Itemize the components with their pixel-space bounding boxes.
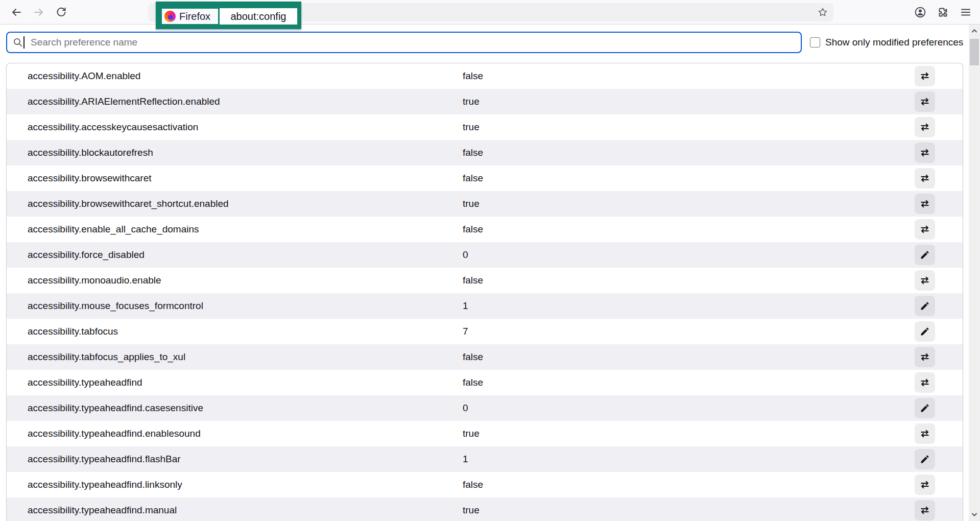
bookmark-star-button[interactable] xyxy=(815,5,830,20)
pref-row: accessibility.blockautorefreshfalse xyxy=(7,140,963,165)
pref-row: accessibility.typeaheadfind.enablesoundt… xyxy=(7,421,963,446)
toggle-button[interactable] xyxy=(915,143,935,163)
scroll-down-button[interactable] xyxy=(969,509,980,520)
pref-value: false xyxy=(463,217,483,242)
pref-value: true xyxy=(463,114,480,140)
text-caret xyxy=(23,36,25,49)
toggle-button[interactable] xyxy=(915,66,935,86)
edit-button[interactable] xyxy=(915,296,935,316)
back-button[interactable] xyxy=(6,2,27,22)
pref-row: accessibility.enable_all_cache_domainsfa… xyxy=(7,217,963,242)
pref-row: accessibility.tabfocus_applies_to_xulfal… xyxy=(7,344,963,370)
pref-name: accessibility.blockautorefresh xyxy=(28,140,153,165)
pref-value: false xyxy=(463,268,483,293)
pref-row: accessibility.typeaheadfind.casesensitiv… xyxy=(7,395,963,421)
search-icon xyxy=(13,37,23,48)
account-button[interactable] xyxy=(910,2,930,22)
pref-row: accessibility.tabfocus7 xyxy=(7,319,963,344)
toggle-button[interactable] xyxy=(915,347,935,367)
pref-row: accessibility.accesskeycausesactivationt… xyxy=(7,114,963,140)
toggle-button[interactable] xyxy=(915,117,935,137)
pref-value: 1 xyxy=(463,446,468,472)
pref-value: true xyxy=(463,498,480,521)
pref-row: accessibility.typeaheadfind.linksonlyfal… xyxy=(7,472,963,498)
account-icon xyxy=(914,6,927,19)
scrollbar-thumb[interactable] xyxy=(970,39,979,65)
url-text: about:config xyxy=(231,11,286,22)
forward-button[interactable] xyxy=(29,2,49,22)
pref-name: accessibility.AOM.enabled xyxy=(28,63,140,89)
toggle-icon xyxy=(919,122,930,133)
pref-row: accessibility.browsewithcaret_shortcut.e… xyxy=(7,191,963,217)
pref-value: true xyxy=(463,421,480,446)
pref-row: accessibility.force_disabled0 xyxy=(7,242,963,268)
toggle-button[interactable] xyxy=(915,219,935,240)
pref-value: false xyxy=(463,165,483,191)
pref-row: accessibility.AOM.enabledfalse xyxy=(7,63,963,89)
pref-row: accessibility.typeaheadfind.flashBar1 xyxy=(7,446,963,472)
toggle-button[interactable] xyxy=(915,194,935,214)
scroll-up-button[interactable] xyxy=(969,26,980,37)
chevron-down-icon xyxy=(971,511,978,518)
pref-name: accessibility.browsewithcaret xyxy=(28,165,152,191)
pref-name: accessibility.typeaheadfind.manual xyxy=(28,498,177,521)
preferences-table: accessibility.AOM.enabledfalseaccessibil… xyxy=(6,63,963,521)
pref-name: accessibility.typeaheadfind xyxy=(28,370,142,395)
toggle-button[interactable] xyxy=(915,270,935,291)
pref-name: accessibility.typeaheadfind.linksonly xyxy=(28,472,182,498)
toggle-icon xyxy=(919,198,930,209)
star-icon xyxy=(817,7,828,18)
pencil-icon xyxy=(920,326,930,337)
extensions-button[interactable] xyxy=(933,2,953,22)
edit-button[interactable] xyxy=(915,321,935,342)
edit-button[interactable] xyxy=(915,449,935,469)
reload-button[interactable] xyxy=(51,2,71,22)
url-text-box: about:config xyxy=(220,8,297,25)
toggle-button[interactable] xyxy=(915,168,935,188)
pref-row: accessibility.mouse_focuses_formcontrol1 xyxy=(7,293,963,319)
menu-button[interactable] xyxy=(955,2,976,22)
show-modified-checkbox[interactable] xyxy=(810,37,820,48)
pref-value: true xyxy=(463,89,480,114)
pref-name: accessibility.enable_all_cache_domains xyxy=(28,217,199,242)
toggle-icon xyxy=(919,479,930,490)
pref-row: accessibility.typeaheadfind.manualtrue xyxy=(7,498,963,521)
toggle-button[interactable] xyxy=(915,475,935,495)
pref-value: false xyxy=(463,370,483,395)
pref-name: accessibility.typeaheadfind.casesensitiv… xyxy=(28,395,203,421)
url-highlight-annotation: Firefox about:config xyxy=(156,2,301,29)
pref-value: 1 xyxy=(463,293,468,319)
toggle-icon xyxy=(919,351,930,363)
browser-toolbar xyxy=(0,0,980,25)
puzzle-icon xyxy=(937,6,949,18)
pencil-icon xyxy=(920,403,930,413)
toggle-button[interactable] xyxy=(915,423,935,444)
toggle-button[interactable] xyxy=(915,372,935,393)
pref-row: accessibility.monoaudio.enablefalse xyxy=(7,268,963,293)
pref-name: accessibility.tabfocus_applies_to_xul xyxy=(28,344,185,370)
pref-value: false xyxy=(463,472,483,498)
pref-name: accessibility.browsewithcaret_shortcut.e… xyxy=(28,191,229,217)
edit-button[interactable] xyxy=(915,245,935,265)
modified-filter: Show only modified preferences xyxy=(810,37,963,48)
pencil-icon xyxy=(920,250,930,260)
pref-value: false xyxy=(463,140,483,165)
toggle-button[interactable] xyxy=(915,500,935,520)
page-scrollbar[interactable] xyxy=(969,25,980,521)
toggle-button[interactable] xyxy=(915,91,935,112)
pref-row: accessibility.typeaheadfindfalse xyxy=(7,370,963,395)
search-input[interactable] xyxy=(6,32,802,53)
toggle-icon xyxy=(919,173,930,184)
edit-button[interactable] xyxy=(915,398,935,418)
pref-value: true xyxy=(463,191,480,217)
reload-icon xyxy=(55,6,67,18)
toggle-icon xyxy=(919,147,930,158)
pref-name: accessibility.typeaheadfind.enablesound xyxy=(28,421,201,446)
site-identity-chip: Firefox xyxy=(162,9,218,24)
toggle-icon xyxy=(919,96,930,107)
show-modified-label[interactable]: Show only modified preferences xyxy=(825,37,963,48)
site-chip-label: Firefox xyxy=(179,11,210,22)
pref-name: accessibility.mouse_focuses_formcontrol xyxy=(28,293,203,319)
hamburger-icon xyxy=(960,6,972,18)
pref-name: accessibility.ARIAElementReflection.enab… xyxy=(28,89,220,114)
